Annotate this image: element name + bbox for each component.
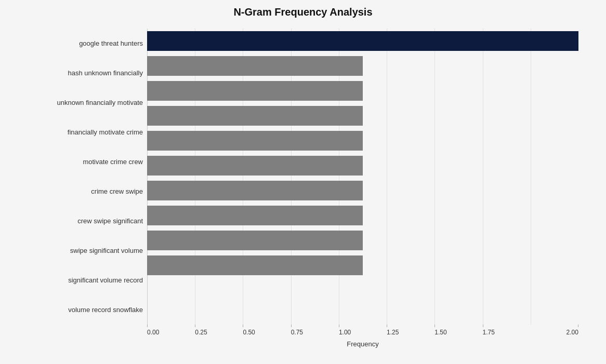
bar-row-1 <box>147 53 578 78</box>
y-label-2: unknown financially motivate <box>28 88 143 117</box>
x-tick-line-1 <box>195 325 195 327</box>
chart-container: N-Gram Frequency Analysis google threat … <box>17 0 589 364</box>
x-tick-label-4: 1.00 <box>339 329 351 336</box>
bars-plot <box>147 29 578 325</box>
x-tick-1: 0.25 <box>195 325 243 336</box>
y-label-8: significant volume record <box>28 265 143 295</box>
bar-row-5 <box>147 153 578 178</box>
x-tick-label-5: 1.25 <box>387 329 399 336</box>
x-tick-0: 0.00 <box>147 325 195 336</box>
x-ticks: 0.000.250.500.751.001.251.501.752.00 <box>147 325 578 336</box>
x-tick-8: 2.00 <box>531 325 578 336</box>
x-tick-label-2: 0.50 <box>243 329 255 336</box>
bar-row-8 <box>147 228 578 253</box>
x-tick-line-3 <box>291 325 292 327</box>
x-tick-4: 1.00 <box>339 325 387 336</box>
x-tick-line-7 <box>483 325 483 327</box>
y-label-5: crime crew swipe <box>28 177 143 206</box>
x-tick-line-6 <box>434 325 435 327</box>
bar-row-7 <box>147 203 578 228</box>
bars-container <box>147 29 578 278</box>
bar-row-9 <box>147 253 578 278</box>
x-tick-label-1: 0.25 <box>195 329 207 336</box>
bar-5 <box>147 156 363 176</box>
x-tick-5: 1.25 <box>387 325 434 336</box>
x-tick-7: 1.75 <box>483 325 531 336</box>
x-tick-line-8 <box>578 325 578 327</box>
y-label-9: volume record snowflake <box>28 295 143 325</box>
x-tick-2: 0.50 <box>243 325 291 336</box>
x-axis-title: Frequency <box>147 340 578 348</box>
bar-row-0 <box>147 29 578 53</box>
x-tick-label-7: 1.75 <box>483 329 495 336</box>
x-axis: 0.000.250.500.751.001.251.501.752.00 Fre… <box>28 325 578 348</box>
x-tick-label-6: 1.50 <box>434 329 446 336</box>
bar-9 <box>147 255 363 275</box>
x-tick-line-2 <box>243 325 243 327</box>
bar-row-3 <box>147 103 578 128</box>
y-label-0: google threat hunters <box>28 29 143 58</box>
bar-7 <box>147 206 363 225</box>
x-tick-line-0 <box>147 325 148 327</box>
x-tick-line-4 <box>339 325 339 327</box>
bar-0 <box>147 31 578 51</box>
y-label-4: motivate crime crew <box>28 147 143 177</box>
x-tick-label-8: 2.00 <box>567 329 578 336</box>
bar-row-4 <box>147 128 578 153</box>
bar-1 <box>147 56 363 76</box>
bar-2 <box>147 81 363 101</box>
bar-8 <box>147 231 363 250</box>
y-label-7: swipe significant volume <box>28 236 143 265</box>
bar-3 <box>147 106 363 126</box>
bar-4 <box>147 131 363 151</box>
y-label-3: financially motivate crime <box>28 117 143 147</box>
y-label-6: crew swipe significant <box>28 206 143 236</box>
x-tick-label-3: 0.75 <box>291 329 303 336</box>
x-tick-line-5 <box>387 325 387 327</box>
bar-row-2 <box>147 78 578 103</box>
x-tick-label-0: 0.00 <box>147 329 159 336</box>
y-label-1: hash unknown financially <box>28 58 143 88</box>
y-axis-labels: google threat huntershash unknown financ… <box>28 29 147 325</box>
chart-title: N-Gram Frequency Analysis <box>28 6 578 18</box>
bar-row-6 <box>147 178 578 203</box>
x-tick-3: 0.75 <box>291 325 339 336</box>
x-tick-6: 1.50 <box>434 325 482 336</box>
bar-6 <box>147 181 363 200</box>
